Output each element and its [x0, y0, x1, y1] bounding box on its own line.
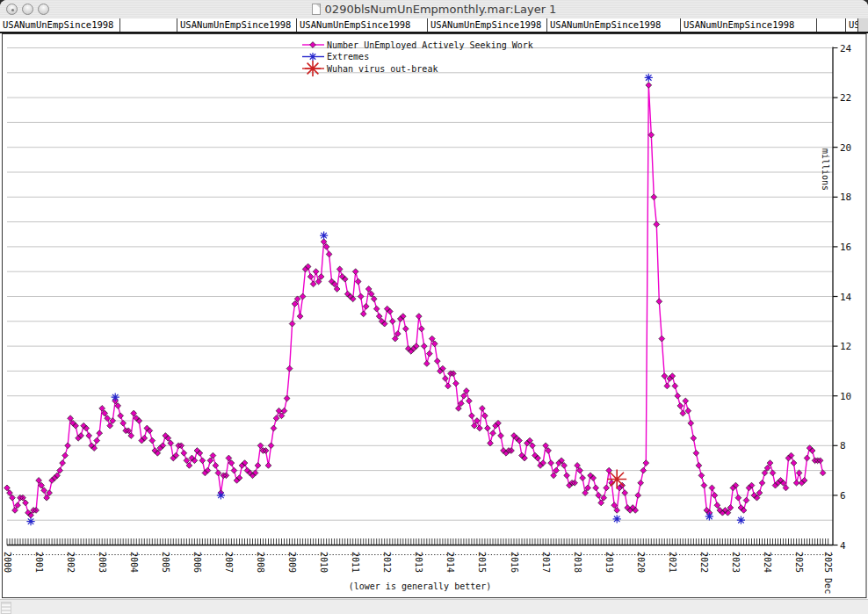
x-tick-label: 2004 — [129, 552, 139, 573]
column-header-cell[interactable]: USANumUnEmpSince1998 — [846, 18, 858, 32]
gridlines — [7, 48, 833, 521]
column-header-cell[interactable]: USANumUnEmpSince1998 — [681, 18, 817, 32]
y-tick-label: 16 — [840, 242, 851, 253]
x-tick-label: 2005 — [161, 552, 170, 573]
content-frame — [3, 34, 867, 598]
pane-splitter-handle[interactable] — [1, 602, 11, 614]
x-tick-label: 2010 — [319, 552, 329, 573]
x-tick-label: 2008 — [256, 552, 265, 573]
x-tick-label: 2014 — [445, 552, 455, 573]
column-header-cell[interactable]: USANumUnEmpSince1998 — [0, 18, 120, 32]
legend-star-icon — [308, 53, 316, 61]
y-tick-label: 8 — [840, 440, 846, 451]
legend-label: Wuhan virus out-break — [327, 64, 438, 74]
x-tick-label: 2015 — [477, 552, 487, 573]
window-footer — [0, 599, 868, 614]
x-tick-label: 2024 — [763, 552, 772, 573]
x-tick-label: 2021 — [668, 552, 677, 573]
extremes-markers[interactable] — [26, 74, 745, 525]
legend-label: Extremes — [327, 52, 369, 61]
chart-canvas[interactable]: 4681012141618202224millions2000200120022… — [0, 0, 868, 614]
column-header-cell[interactable] — [120, 18, 177, 32]
axes — [7, 47, 833, 555]
x-tick-label: 2023 — [731, 552, 741, 573]
legend: Number UnEmployed Actively Seeking WorkE… — [302, 40, 533, 77]
x-tick-label: 2019 — [604, 552, 614, 573]
column-header-cell[interactable] — [817, 18, 846, 32]
x-tick-label: 2016 — [510, 552, 519, 573]
window-title: 0290blsNumUnEmpmonthly.mar:Layer 1 — [325, 3, 557, 16]
x-tick-label: 2022 — [699, 552, 709, 573]
x-tick-label: 2003 — [98, 552, 107, 573]
x-tick-label: 2018 — [573, 552, 582, 573]
y-tick-label: 20 — [840, 142, 851, 154]
title-bar[interactable]: 0290blsNumUnEmpmonthly.mar:Layer 1 — [0, 0, 868, 19]
y-tick-label: 14 — [840, 292, 852, 303]
column-header-cell[interactable]: USANumUnEmpSince1998 — [547, 18, 681, 32]
x-tick-label: 2020 — [636, 552, 646, 573]
y-axis-title: millions — [821, 148, 830, 191]
x-tick-label: 2011 — [351, 552, 360, 573]
x-tick-label: 2000 — [3, 552, 12, 573]
y-tick-label: 24 — [840, 43, 852, 54]
y-tick-label: 12 — [840, 341, 851, 352]
wuhan-outbreak-marker[interactable] — [607, 470, 626, 489]
column-header-filler — [858, 18, 868, 32]
document-proxy-icon[interactable] — [312, 4, 321, 15]
x-tick-label: 2006 — [192, 552, 202, 573]
legend-diamond-icon — [310, 42, 316, 48]
y-tick-label: 6 — [840, 490, 846, 502]
app-window: 4681012141618202224millions2000200120022… — [0, 0, 868, 614]
x-tick-label: 2007 — [224, 552, 234, 573]
series-line — [7, 85, 823, 516]
legend-label: Number UnEmployed Actively Seeking Work — [327, 40, 533, 50]
x-tick-label: 2025 — [794, 552, 804, 573]
chart-footnote: (lower is generally better) — [349, 581, 492, 591]
x-tick-label: 2002 — [66, 552, 76, 573]
column-header-cell[interactable]: USANumUnEmpSince1998 — [177, 18, 297, 32]
y-tick-label: 18 — [840, 191, 851, 203]
column-header-cell[interactable]: USANumUnEmpSince1998 — [297, 18, 428, 32]
x-axis-month-ticks — [7, 538, 828, 545]
x-tick-label: 2001 — [34, 552, 44, 573]
column-header-cell[interactable]: USANumUnEmpSince1998 — [428, 18, 547, 32]
legend-asterisk-icon — [305, 61, 321, 76]
x-tick-label: 2025 Dec — [823, 552, 833, 594]
x-tick-label: 2009 — [287, 552, 297, 573]
column-header-row: USANumUnEmpSince1998USANumUnEmpSince1998… — [0, 18, 868, 33]
y-tick-label: 10 — [840, 391, 851, 402]
y-tick-label: 4 — [840, 540, 846, 552]
y-tick-label: 22 — [840, 92, 851, 104]
y-axis-ticks: 4681012141618202224 — [833, 43, 852, 552]
x-tick-label: 2017 — [541, 552, 551, 573]
x-tick-label: 2012 — [382, 552, 392, 573]
x-tick-label: 2013 — [414, 552, 423, 573]
